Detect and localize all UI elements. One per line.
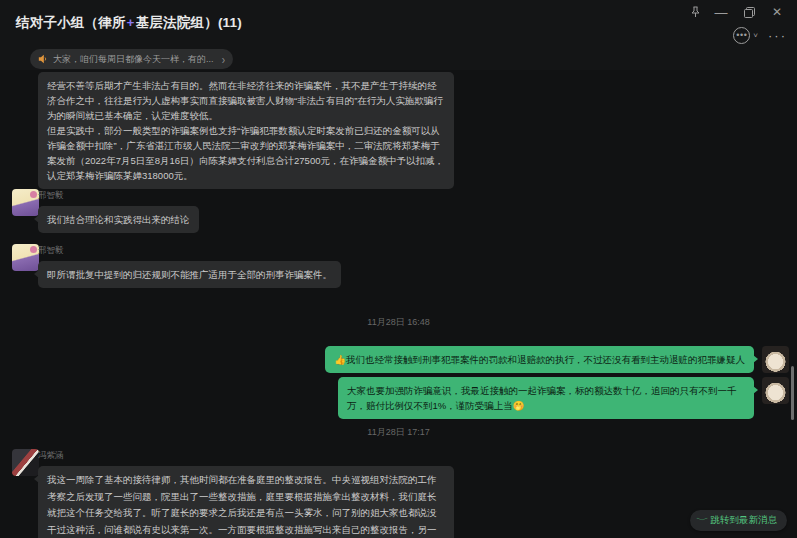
message-bubble-sent: 👍我们也经常接触到刑事犯罪案件的罚款和退赔款的执行，不过还没有看到主动退赃的犯罪…: [325, 346, 754, 373]
message-bubble-sent: 大家也要加强防诈骗意识，我最近接触的一起诈骗案，标的额达数十亿，追回的只有不到一…: [338, 377, 754, 419]
chat-window: 结对子小组（律所+基层法院组）(11) — ✕ ••• ˅ ··· 大家，咱们每…: [0, 0, 797, 538]
message-bubble-received: 我这一周除了基本的接待律师，其他时间都在准备庭里的整改报告。中央巡视组对法院的工…: [38, 466, 454, 538]
pin-icon[interactable]: [685, 3, 705, 21]
timestamp: 11月28日 16:48: [0, 316, 797, 329]
jump-to-latest-label: 跳转到最新消息: [711, 514, 778, 527]
sender-name: 邢智毅: [38, 245, 64, 257]
chevron-down-icon: ﹀: [696, 516, 709, 525]
plus-icon: +: [126, 15, 136, 30]
avatar[interactable]: [12, 449, 39, 476]
speaker-icon: [38, 54, 48, 64]
close-button[interactable]: ✕: [765, 3, 789, 21]
chat-toolbar: ••• ˅ ···: [733, 27, 787, 44]
message-list: 经营不善等后期才产生非法占有目的。然而在非经济往来的诈骗案件，其不是产生于持续的…: [0, 70, 797, 538]
chat-title: 结对子小组（律所+基层法院组）(11): [16, 14, 242, 32]
more-button[interactable]: ···: [768, 28, 787, 43]
announcement-text: 大家，咱们每周日都像今天一样，有的...: [53, 53, 217, 66]
scrollbar[interactable]: [791, 366, 794, 420]
chevron-down-icon: ˅: [753, 31, 758, 40]
minimize-button[interactable]: —: [709, 3, 733, 21]
message-bubble-received: 即所谓批复中提到的归还规则不能推广适用于全部的刑事诈骗案件。: [38, 261, 341, 288]
timestamp: 11月28日 17:17: [0, 426, 797, 439]
message-bubble-received: 我们结合理论和实践得出来的结论: [38, 206, 199, 233]
maximize-button[interactable]: [737, 3, 761, 21]
chat-bubble-icon: •••: [733, 27, 750, 44]
avatar[interactable]: [762, 346, 789, 373]
message-bubble-received: 经营不善等后期才产生非法占有目的。然而在非经济往来的诈骗案件，其不是产生于持续的…: [38, 72, 454, 189]
group-announcement[interactable]: 大家，咱们每周日都像今天一样，有的... ›: [30, 49, 233, 69]
avatar[interactable]: [12, 189, 39, 216]
message-menu-button[interactable]: ••• ˅: [733, 27, 758, 44]
avatar[interactable]: [762, 377, 789, 404]
chevron-right-icon: ›: [222, 52, 225, 66]
jump-to-latest-button[interactable]: ﹀ 跳转到最新消息: [690, 510, 788, 531]
sender-name: 冯紫涵: [38, 450, 64, 462]
avatar[interactable]: [12, 244, 39, 271]
sender-name: 邢智毅: [38, 190, 64, 202]
